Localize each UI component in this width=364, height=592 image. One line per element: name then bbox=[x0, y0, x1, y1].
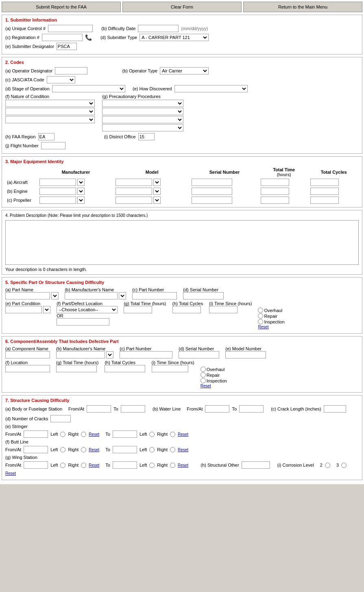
s5-part-condition-select[interactable] bbox=[43, 306, 50, 313]
s7-stringer-left-radio-2[interactable] bbox=[149, 432, 155, 437]
s7-structural-other-input[interactable] bbox=[242, 461, 270, 469]
s7-wing-from-input[interactable] bbox=[24, 461, 48, 469]
s5-part-name-input[interactable] bbox=[5, 292, 50, 299]
submitter-designator-input[interactable] bbox=[57, 43, 77, 50]
jasc-select[interactable] bbox=[47, 76, 75, 83]
s7-corrosion-reset[interactable]: Reset bbox=[5, 471, 16, 476]
s6-repair-radio[interactable] bbox=[201, 372, 206, 378]
s7-wing-left-radio-2[interactable] bbox=[149, 463, 155, 468]
s7-butt-right-radio-1[interactable] bbox=[81, 447, 86, 452]
engine-serial-input[interactable] bbox=[192, 188, 232, 195]
engine-manufacturer-input[interactable] bbox=[39, 188, 76, 195]
s7-wing-reset-2[interactable]: Reset bbox=[178, 463, 188, 467]
s7-wing-reset-1[interactable]: Reset bbox=[89, 463, 99, 467]
s5-part-name-select[interactable] bbox=[51, 292, 59, 299]
s7-wing-left-radio-1[interactable] bbox=[60, 463, 65, 468]
difficulty-date-input[interactable] bbox=[138, 25, 179, 32]
s7-stringer-from-input[interactable] bbox=[24, 430, 48, 438]
s6-part-number-input[interactable] bbox=[120, 351, 172, 358]
aircraft-manufacturer-input[interactable] bbox=[39, 179, 76, 186]
s6-overhaul-radio[interactable] bbox=[201, 367, 206, 372]
precautionary-select-2[interactable] bbox=[102, 108, 183, 115]
s7-fuselage-to-input[interactable] bbox=[121, 405, 145, 413]
s5-serial-number-input[interactable] bbox=[183, 292, 224, 299]
operator-type-select[interactable]: Air Carrier bbox=[160, 67, 209, 74]
s6-total-cycles-input[interactable] bbox=[105, 365, 145, 372]
s7-stringer-right-radio-1[interactable] bbox=[81, 432, 86, 437]
s5-manufacturer-select[interactable] bbox=[119, 292, 126, 299]
s5-manufacturer-input[interactable] bbox=[65, 292, 118, 299]
engine-total-time-input[interactable] bbox=[261, 188, 289, 195]
flight-number-input[interactable] bbox=[41, 142, 65, 149]
s7-waterline-to-input[interactable] bbox=[239, 405, 264, 413]
s7-number-cracks-input[interactable] bbox=[50, 415, 71, 422]
s6-model-number-input[interactable] bbox=[225, 351, 266, 358]
stage-select[interactable] bbox=[52, 85, 125, 92]
s7-stringer-right-radio-2[interactable] bbox=[170, 432, 175, 437]
s6-inspection-radio[interactable] bbox=[201, 378, 206, 383]
precautionary-select-3[interactable] bbox=[102, 116, 183, 123]
return-button[interactable]: Return to the Main Menu bbox=[243, 2, 362, 12]
propeller-total-time-input[interactable] bbox=[261, 197, 289, 204]
engine-manufacturer-select[interactable] bbox=[77, 188, 85, 195]
s7-butt-to-input[interactable] bbox=[113, 446, 137, 453]
precautionary-select-4[interactable] bbox=[102, 124, 183, 131]
s5-part-number-input[interactable] bbox=[132, 292, 177, 299]
s6-reset-link[interactable]: Reset bbox=[201, 384, 227, 388]
s7-stringer-to-input[interactable] bbox=[113, 430, 137, 438]
s5-defect-location-input[interactable] bbox=[57, 318, 109, 325]
s7-crack-length-input[interactable] bbox=[324, 405, 346, 413]
aircraft-model-input[interactable] bbox=[116, 179, 152, 186]
s6-serial-number-input[interactable] bbox=[179, 351, 219, 358]
s7-wing-to-input[interactable] bbox=[113, 461, 137, 469]
propeller-manufacturer-input[interactable] bbox=[39, 197, 76, 204]
s7-butt-from-input[interactable] bbox=[24, 446, 48, 453]
engine-model-select[interactable] bbox=[153, 188, 161, 195]
s7-corrosion-radio-3[interactable] bbox=[341, 463, 347, 468]
submitter-type-select[interactable]: A - CARRIER PART 121 bbox=[139, 34, 209, 41]
registration-input[interactable] bbox=[42, 34, 83, 41]
s5-overhaul-radio[interactable] bbox=[258, 308, 263, 313]
aircraft-total-time-input[interactable] bbox=[261, 179, 289, 186]
problem-description-textarea[interactable] bbox=[5, 220, 359, 265]
propeller-serial-input[interactable] bbox=[192, 197, 232, 204]
operator-designator-input[interactable] bbox=[55, 67, 87, 74]
s7-waterline-from-input[interactable] bbox=[205, 405, 229, 413]
s7-stringer-reset-1[interactable]: Reset bbox=[89, 432, 99, 437]
s5-part-condition-input[interactable] bbox=[5, 306, 42, 313]
propeller-total-cycles-input[interactable] bbox=[310, 197, 339, 204]
s5-defect-location-select[interactable]: --Choose Location-- bbox=[57, 306, 118, 313]
s7-stringer-left-radio-1[interactable] bbox=[60, 432, 65, 437]
faa-region-input[interactable] bbox=[38, 133, 54, 140]
s6-manufacturer-select[interactable] bbox=[106, 351, 113, 358]
s7-butt-left-radio-2[interactable] bbox=[149, 447, 155, 452]
s5-total-cycles-input[interactable] bbox=[172, 306, 201, 313]
s6-location-input[interactable] bbox=[5, 365, 50, 372]
unique-control-input[interactable] bbox=[48, 25, 93, 32]
engine-total-cycles-input[interactable] bbox=[310, 188, 339, 195]
s7-wing-right-radio-1[interactable] bbox=[81, 463, 86, 468]
submit-button[interactable]: Submit Report to the FAA bbox=[2, 2, 121, 12]
s7-corrosion-radio-2[interactable] bbox=[325, 463, 330, 468]
engine-model-input[interactable] bbox=[116, 188, 152, 195]
s7-butt-reset-1[interactable]: Reset bbox=[89, 448, 99, 452]
s5-reset-link[interactable]: Reset bbox=[258, 325, 284, 329]
nature-select-3[interactable] bbox=[5, 116, 95, 123]
s5-inspection-radio[interactable] bbox=[258, 319, 263, 324]
propeller-manufacturer-select[interactable] bbox=[77, 197, 85, 204]
aircraft-serial-input[interactable] bbox=[192, 179, 232, 186]
s7-butt-left-radio-1[interactable] bbox=[60, 447, 65, 452]
s7-butt-reset-2[interactable]: Reset bbox=[178, 448, 188, 452]
propeller-model-select[interactable] bbox=[153, 197, 161, 204]
s5-repair-radio[interactable] bbox=[258, 313, 263, 319]
aircraft-total-cycles-input[interactable] bbox=[310, 179, 339, 186]
district-office-input[interactable] bbox=[138, 133, 155, 140]
s7-stringer-reset-2[interactable]: Reset bbox=[178, 432, 188, 437]
clear-button[interactable]: Clear Form bbox=[122, 2, 242, 12]
precautionary-select-1[interactable] bbox=[102, 100, 183, 107]
s5-total-time-input[interactable] bbox=[124, 306, 152, 313]
s6-component-name-input[interactable] bbox=[5, 351, 50, 358]
s7-wing-right-radio-2[interactable] bbox=[170, 463, 175, 468]
s7-butt-right-radio-2[interactable] bbox=[170, 447, 175, 452]
propeller-model-input[interactable] bbox=[116, 197, 152, 204]
